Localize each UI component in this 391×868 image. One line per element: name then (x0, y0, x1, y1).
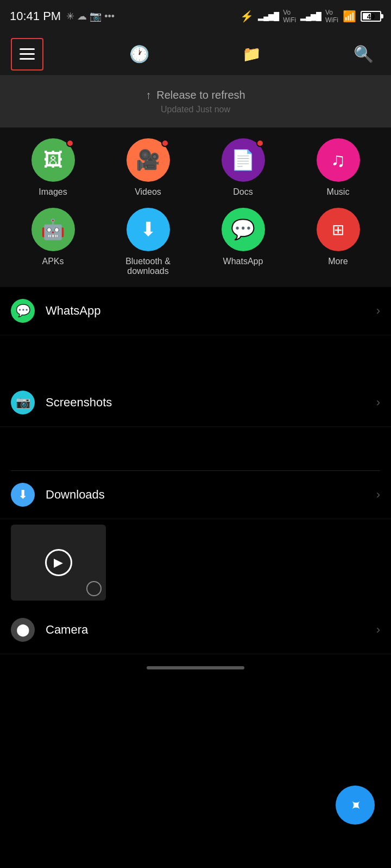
recents-button[interactable]: 🕐 (123, 38, 156, 71)
refresh-banner: ↑ Release to refresh Updated Just now (0, 76, 391, 127)
videos-label: Videos (135, 187, 161, 197)
images-label: Images (39, 187, 67, 197)
section-screenshots[interactable]: 📷 Screenshots › (0, 379, 391, 427)
apks-icon: 🤖 (31, 208, 75, 251)
music-icon: ♫ (317, 138, 360, 182)
music-label: Music (327, 187, 350, 197)
category-docs[interactable]: 📄 Docs (195, 138, 291, 197)
apks-label: APKs (42, 257, 64, 266)
notification-icons: ✳ ☁ 📷 ••• (66, 10, 115, 22)
screenshots-spacer (0, 427, 391, 470)
section-camera[interactable]: ⬤ Camera › (0, 606, 391, 654)
search-icon: 🔍 (354, 44, 374, 63)
docs-label: Docs (233, 187, 253, 197)
whatsapp-section-label: WhatsApp (46, 304, 101, 318)
folder-button[interactable]: 📁 (235, 38, 268, 71)
menu-button[interactable] (11, 38, 43, 71)
clock-icon: 🕐 (129, 44, 149, 63)
section-whatsapp[interactable]: 💬 WhatsApp › (0, 287, 391, 335)
whatsapp-category-label: WhatsApp (223, 257, 263, 266)
refresh-arrow-icon: ↑ (146, 89, 151, 101)
signal2-icon: ▂▄▆█ (300, 12, 321, 21)
battery-level: 49 (367, 12, 375, 21)
play-button[interactable]: ▶ (45, 549, 72, 576)
vo-wifi2-label: VoWiFi (325, 9, 338, 24)
wifi-icon: 📶 (343, 10, 356, 23)
fab-icon: ✦ (344, 794, 366, 816)
whatsapp-spacer (0, 335, 391, 379)
refresh-subtext: Updated Just now (13, 105, 378, 114)
images-badge (66, 139, 74, 147)
time-display: 10:41 PM (10, 9, 61, 23)
category-bluetooth[interactable]: ⬇ Bluetooth &downloads (100, 208, 195, 276)
downloads-section-icon: ⬇ (11, 483, 35, 507)
camera-section-icon: ⬤ (11, 618, 35, 642)
category-grid: 🖼 Images 🎥 Videos 📄 Docs ♫ Music 🤖 APKs (0, 127, 391, 287)
docs-badge (256, 139, 264, 147)
folder-icon: 📁 (242, 45, 261, 63)
category-music[interactable]: ♫ Music (291, 138, 386, 197)
search-button[interactable]: 🔍 (348, 38, 380, 71)
status-bar: 10:41 PM ✳ ☁ 📷 ••• ⚡ ▂▄▆█ VoWiFi ▂▄▆█ Vo… (0, 0, 391, 33)
downloads-section-label: Downloads (46, 488, 105, 502)
refresh-label: Release to refresh (156, 89, 245, 101)
category-more[interactable]: ⊞ More (291, 208, 386, 276)
video-thumbnail[interactable]: ▶ (11, 525, 106, 601)
bluetooth-status-icon: ⚡ (240, 10, 254, 23)
fab-button[interactable]: ✦ (336, 786, 375, 825)
status-left: 10:41 PM ✳ ☁ 📷 ••• (10, 9, 115, 23)
bluetooth-icon: ⬇ (127, 208, 170, 251)
screenshots-chevron-icon: › (376, 395, 380, 410)
videos-badge (161, 139, 169, 147)
bluetooth-label: Bluetooth &downloads (125, 257, 171, 276)
home-bar (147, 666, 244, 669)
category-apks[interactable]: 🤖 APKs (5, 208, 100, 276)
video-selector[interactable] (86, 581, 102, 596)
whatsapp-section-icon: 💬 (11, 299, 35, 323)
refresh-text: ↑ Release to refresh (13, 89, 378, 101)
more-label: More (328, 257, 348, 266)
toolbar: 🕐 📁 🔍 (0, 33, 391, 76)
whatsapp-chevron-icon: › (376, 304, 380, 318)
downloads-chevron-icon: › (376, 488, 380, 502)
camera-section-label: Camera (46, 623, 88, 637)
screenshots-section-icon: 📷 (11, 391, 35, 414)
category-whatsapp[interactable]: 💬 WhatsApp (195, 208, 291, 276)
battery-indicator: 49 (361, 11, 381, 22)
more-icon: ⊞ (317, 208, 360, 251)
screenshots-section-label: Screenshots (46, 395, 112, 410)
whatsapp-category-icon: 💬 (222, 208, 265, 251)
section-downloads[interactable]: ⬇ Downloads › (0, 471, 391, 519)
camera-chevron-icon: › (376, 623, 380, 637)
vo-wifi-label: VoWiFi (283, 9, 296, 24)
signal-icon: ▂▄▆█ (258, 12, 279, 21)
status-right: ⚡ ▂▄▆█ VoWiFi ▂▄▆█ VoWiFi 📶 49 (240, 9, 381, 24)
home-indicator (0, 654, 391, 681)
hamburger-icon (20, 48, 35, 60)
category-videos[interactable]: 🎥 Videos (100, 138, 195, 197)
category-images[interactable]: 🖼 Images (5, 138, 100, 197)
